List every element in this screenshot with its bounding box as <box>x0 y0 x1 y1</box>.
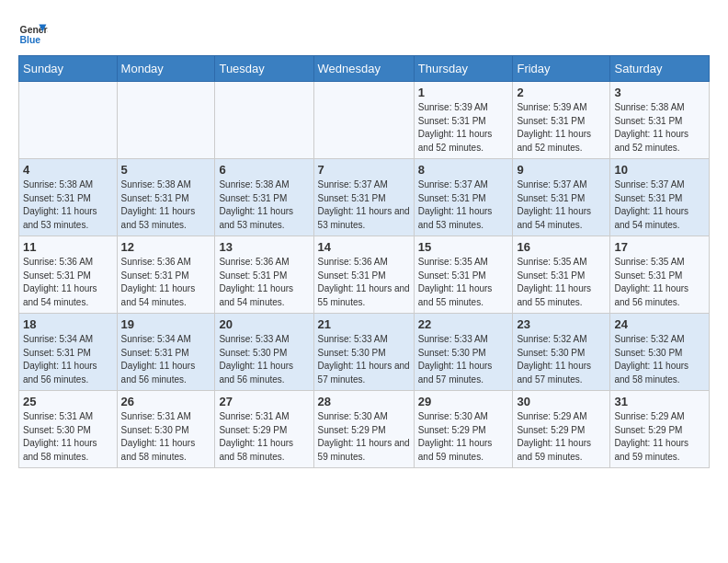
day-cell: 11Sunrise: 5:36 AM Sunset: 5:31 PM Dayli… <box>19 236 118 314</box>
day-info: Sunrise: 5:36 AM Sunset: 5:31 PM Dayligh… <box>121 256 211 309</box>
day-info: Sunrise: 5:29 AM Sunset: 5:29 PM Dayligh… <box>517 410 606 464</box>
day-cell: 19Sunrise: 5:34 AM Sunset: 5:31 PM Dayli… <box>117 314 215 391</box>
column-header-thursday: Thursday <box>414 56 513 82</box>
week-row-5: 25Sunrise: 5:31 AM Sunset: 5:30 PM Dayli… <box>19 391 710 468</box>
day-info: Sunrise: 5:38 AM Sunset: 5:31 PM Dayligh… <box>614 101 705 155</box>
day-cell: 18Sunrise: 5:34 AM Sunset: 5:31 PM Dayli… <box>19 314 118 391</box>
day-cell: 21Sunrise: 5:33 AM Sunset: 5:30 PM Dayli… <box>313 314 414 391</box>
column-header-saturday: Saturday <box>610 56 710 82</box>
day-info: Sunrise: 5:38 AM Sunset: 5:31 PM Dayligh… <box>121 178 211 232</box>
day-cell: 23Sunrise: 5:32 AM Sunset: 5:30 PM Dayli… <box>513 314 610 391</box>
day-cell: 30Sunrise: 5:29 AM Sunset: 5:29 PM Dayli… <box>513 391 610 468</box>
day-cell: 13Sunrise: 5:36 AM Sunset: 5:31 PM Dayli… <box>215 236 313 314</box>
calendar-table: SundayMondayTuesdayWednesdayThursdayFrid… <box>18 55 710 468</box>
column-header-monday: Monday <box>117 56 215 82</box>
day-cell <box>215 82 313 159</box>
day-number: 25 <box>23 395 113 408</box>
day-info: Sunrise: 5:35 AM Sunset: 5:31 PM Dayligh… <box>517 256 606 309</box>
day-cell: 10Sunrise: 5:37 AM Sunset: 5:31 PM Dayli… <box>610 159 710 236</box>
day-number: 26 <box>121 395 211 408</box>
day-number: 27 <box>219 395 309 408</box>
day-info: Sunrise: 5:37 AM Sunset: 5:31 PM Dayligh… <box>418 178 509 232</box>
day-number: 18 <box>23 317 113 331</box>
day-number: 3 <box>614 86 705 99</box>
day-info: Sunrise: 5:31 AM Sunset: 5:30 PM Dayligh… <box>121 410 211 464</box>
day-info: Sunrise: 5:30 AM Sunset: 5:29 PM Dayligh… <box>418 410 509 464</box>
day-number: 21 <box>318 317 410 331</box>
day-number: 14 <box>318 240 410 254</box>
day-info: Sunrise: 5:35 AM Sunset: 5:31 PM Dayligh… <box>418 256 509 309</box>
day-number: 23 <box>517 317 606 331</box>
logo-icon: General Blue <box>18 18 48 48</box>
page-header: General Blue <box>18 18 710 48</box>
week-row-3: 11Sunrise: 5:36 AM Sunset: 5:31 PM Dayli… <box>19 236 710 314</box>
day-info: Sunrise: 5:31 AM Sunset: 5:29 PM Dayligh… <box>219 410 309 464</box>
day-info: Sunrise: 5:39 AM Sunset: 5:31 PM Dayligh… <box>418 101 509 155</box>
day-info: Sunrise: 5:38 AM Sunset: 5:31 PM Dayligh… <box>219 178 309 232</box>
day-info: Sunrise: 5:36 AM Sunset: 5:31 PM Dayligh… <box>219 256 309 309</box>
logo: General Blue <box>18 18 48 48</box>
column-header-sunday: Sunday <box>19 56 118 82</box>
day-info: Sunrise: 5:34 AM Sunset: 5:31 PM Dayligh… <box>121 333 211 386</box>
day-cell: 7Sunrise: 5:37 AM Sunset: 5:31 PM Daylig… <box>313 159 414 236</box>
day-info: Sunrise: 5:36 AM Sunset: 5:31 PM Dayligh… <box>23 256 113 309</box>
day-number: 30 <box>517 395 606 408</box>
day-number: 6 <box>219 163 309 177</box>
day-number: 15 <box>418 240 509 254</box>
day-cell: 27Sunrise: 5:31 AM Sunset: 5:29 PM Dayli… <box>215 391 313 468</box>
day-info: Sunrise: 5:33 AM Sunset: 5:30 PM Dayligh… <box>418 333 509 386</box>
day-number: 9 <box>517 163 606 177</box>
day-number: 5 <box>121 163 211 177</box>
day-cell: 1Sunrise: 5:39 AM Sunset: 5:31 PM Daylig… <box>414 82 513 159</box>
day-info: Sunrise: 5:29 AM Sunset: 5:29 PM Dayligh… <box>614 410 705 464</box>
day-cell: 16Sunrise: 5:35 AM Sunset: 5:31 PM Dayli… <box>513 236 610 314</box>
day-cell <box>117 82 215 159</box>
header-row: SundayMondayTuesdayWednesdayThursdayFrid… <box>19 56 710 82</box>
day-number: 7 <box>318 163 410 177</box>
day-cell: 5Sunrise: 5:38 AM Sunset: 5:31 PM Daylig… <box>117 159 215 236</box>
day-cell: 20Sunrise: 5:33 AM Sunset: 5:30 PM Dayli… <box>215 314 313 391</box>
day-cell: 25Sunrise: 5:31 AM Sunset: 5:30 PM Dayli… <box>19 391 118 468</box>
day-cell: 3Sunrise: 5:38 AM Sunset: 5:31 PM Daylig… <box>610 82 710 159</box>
day-cell: 29Sunrise: 5:30 AM Sunset: 5:29 PM Dayli… <box>414 391 513 468</box>
day-info: Sunrise: 5:30 AM Sunset: 5:29 PM Dayligh… <box>318 410 410 464</box>
day-info: Sunrise: 5:39 AM Sunset: 5:31 PM Dayligh… <box>517 101 606 155</box>
day-number: 10 <box>614 163 705 177</box>
day-info: Sunrise: 5:33 AM Sunset: 5:30 PM Dayligh… <box>318 333 410 386</box>
day-info: Sunrise: 5:36 AM Sunset: 5:31 PM Dayligh… <box>318 256 410 309</box>
day-number: 11 <box>23 240 113 254</box>
day-info: Sunrise: 5:31 AM Sunset: 5:30 PM Dayligh… <box>23 410 113 464</box>
column-header-wednesday: Wednesday <box>313 56 414 82</box>
column-header-tuesday: Tuesday <box>215 56 313 82</box>
svg-text:Blue: Blue <box>20 35 41 45</box>
day-cell: 12Sunrise: 5:36 AM Sunset: 5:31 PM Dayli… <box>117 236 215 314</box>
day-cell: 31Sunrise: 5:29 AM Sunset: 5:29 PM Dayli… <box>610 391 710 468</box>
day-number: 16 <box>517 240 606 254</box>
day-number: 17 <box>614 240 705 254</box>
day-info: Sunrise: 5:37 AM Sunset: 5:31 PM Dayligh… <box>614 178 705 232</box>
week-row-2: 4Sunrise: 5:38 AM Sunset: 5:31 PM Daylig… <box>19 159 710 236</box>
day-info: Sunrise: 5:32 AM Sunset: 5:30 PM Dayligh… <box>614 333 705 386</box>
day-info: Sunrise: 5:32 AM Sunset: 5:30 PM Dayligh… <box>517 333 606 386</box>
day-cell: 2Sunrise: 5:39 AM Sunset: 5:31 PM Daylig… <box>513 82 610 159</box>
day-number: 29 <box>418 395 509 408</box>
day-number: 13 <box>219 240 309 254</box>
day-number: 19 <box>121 317 211 331</box>
day-cell: 24Sunrise: 5:32 AM Sunset: 5:30 PM Dayli… <box>610 314 710 391</box>
day-cell <box>19 82 118 159</box>
day-cell: 26Sunrise: 5:31 AM Sunset: 5:30 PM Dayli… <box>117 391 215 468</box>
day-number: 4 <box>23 163 113 177</box>
day-info: Sunrise: 5:34 AM Sunset: 5:31 PM Dayligh… <box>23 333 113 386</box>
day-cell: 4Sunrise: 5:38 AM Sunset: 5:31 PM Daylig… <box>19 159 118 236</box>
day-cell: 9Sunrise: 5:37 AM Sunset: 5:31 PM Daylig… <box>513 159 610 236</box>
day-info: Sunrise: 5:33 AM Sunset: 5:30 PM Dayligh… <box>219 333 309 386</box>
day-cell: 6Sunrise: 5:38 AM Sunset: 5:31 PM Daylig… <box>215 159 313 236</box>
day-number: 2 <box>517 86 606 99</box>
day-cell: 22Sunrise: 5:33 AM Sunset: 5:30 PM Dayli… <box>414 314 513 391</box>
day-cell: 28Sunrise: 5:30 AM Sunset: 5:29 PM Dayli… <box>313 391 414 468</box>
day-info: Sunrise: 5:35 AM Sunset: 5:31 PM Dayligh… <box>614 256 705 309</box>
day-number: 20 <box>219 317 309 331</box>
day-number: 31 <box>614 395 705 408</box>
day-number: 24 <box>614 317 705 331</box>
day-cell: 14Sunrise: 5:36 AM Sunset: 5:31 PM Dayli… <box>313 236 414 314</box>
